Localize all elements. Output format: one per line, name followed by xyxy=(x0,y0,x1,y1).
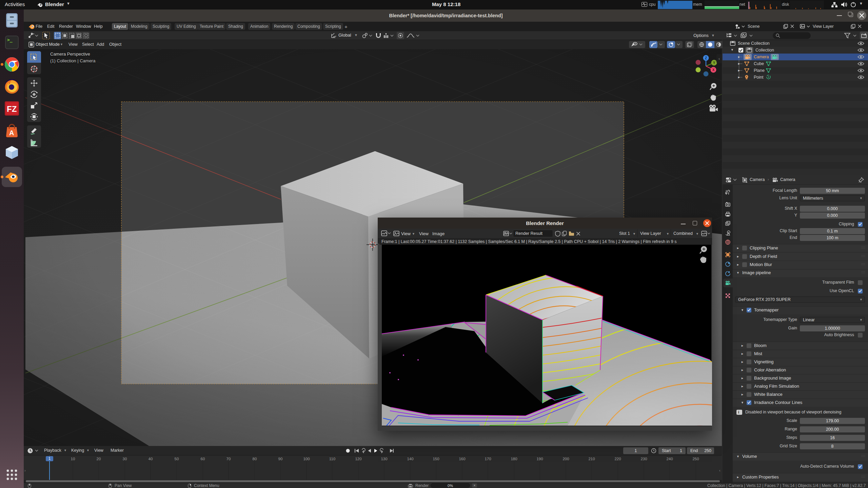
svg-text:>_: >_ xyxy=(7,37,13,43)
svg-text:110: 110 xyxy=(329,457,335,461)
svg-text:100: 100 xyxy=(303,457,310,461)
svg-text:90: 90 xyxy=(278,457,283,461)
svg-text:150: 150 xyxy=(433,457,439,461)
svg-text:30: 30 xyxy=(123,457,127,461)
svg-text:10: 10 xyxy=(71,457,75,461)
svg-text:210: 210 xyxy=(588,457,595,461)
svg-text:220: 220 xyxy=(614,457,621,461)
svg-text:190: 190 xyxy=(536,457,543,461)
svg-text:Y: Y xyxy=(713,61,715,65)
svg-text:160: 160 xyxy=(459,457,465,461)
svg-text:FZ: FZ xyxy=(7,104,17,114)
svg-text:70: 70 xyxy=(226,457,231,461)
svg-text:240: 240 xyxy=(666,457,673,461)
svg-text:X: X xyxy=(712,68,715,72)
svg-text:130: 130 xyxy=(381,457,387,461)
svg-text:40: 40 xyxy=(149,457,153,461)
svg-text:20: 20 xyxy=(97,457,101,461)
svg-text:180: 180 xyxy=(511,457,517,461)
svg-text:80: 80 xyxy=(253,457,257,461)
svg-text:Z: Z xyxy=(705,56,707,60)
svg-text:120: 120 xyxy=(355,457,361,461)
svg-text:A: A xyxy=(9,129,14,137)
svg-text:200: 200 xyxy=(563,457,569,461)
svg-text:170: 170 xyxy=(485,457,491,461)
svg-text:60: 60 xyxy=(201,457,205,461)
svg-text:250: 250 xyxy=(692,457,699,461)
svg-text:230: 230 xyxy=(640,457,647,461)
svg-text:140: 140 xyxy=(407,457,413,461)
svg-text:50: 50 xyxy=(175,457,179,461)
